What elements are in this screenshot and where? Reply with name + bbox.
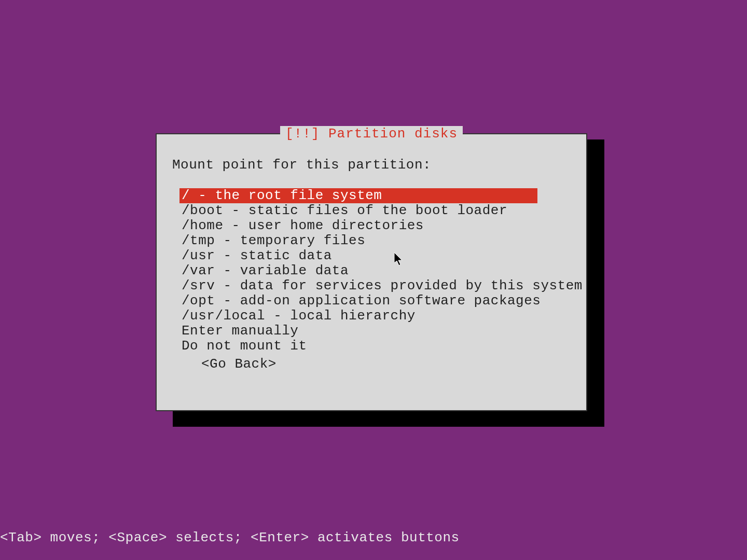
dialog-title-wrap: [!!] Partition disks: [157, 126, 586, 142]
go-back-button[interactable]: <Go Back>: [201, 356, 276, 372]
dialog-prompt: Mount point for this partition:: [172, 157, 431, 173]
option-boot[interactable]: /boot - static files of the boot loader: [179, 203, 537, 218]
option-usr-local[interactable]: /usr/local - local hierarchy: [179, 309, 537, 324]
option-opt[interactable]: /opt - add-on application software packa…: [179, 293, 537, 309]
help-bar: <Tab> moves; <Space> selects; <Enter> ac…: [0, 530, 460, 545]
option-do-not-mount[interactable]: Do not mount it: [179, 339, 537, 354]
option-tmp[interactable]: /tmp - temporary files: [179, 233, 537, 248]
option-var[interactable]: /var - variable data: [179, 263, 537, 278]
option-enter-manually[interactable]: Enter manually: [179, 324, 537, 339]
partition-dialog: [!!] Partition disks Mount point for thi…: [156, 133, 587, 411]
option-usr[interactable]: /usr - static data: [179, 248, 537, 263]
option-srv[interactable]: /srv - data for services provided by thi…: [179, 278, 537, 293]
dialog-title: [!!] Partition disks: [280, 126, 463, 142]
option-root[interactable]: / - the root file system: [179, 188, 537, 203]
option-home[interactable]: /home - user home directories: [179, 218, 537, 233]
mount-point-list: / - the root file system /boot - static …: [179, 188, 537, 354]
